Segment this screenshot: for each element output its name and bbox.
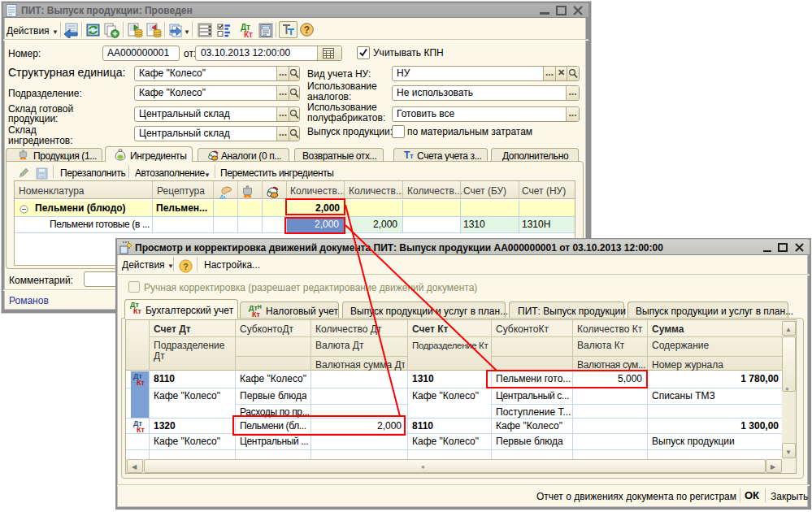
svg-text:?: ?	[183, 262, 188, 271]
